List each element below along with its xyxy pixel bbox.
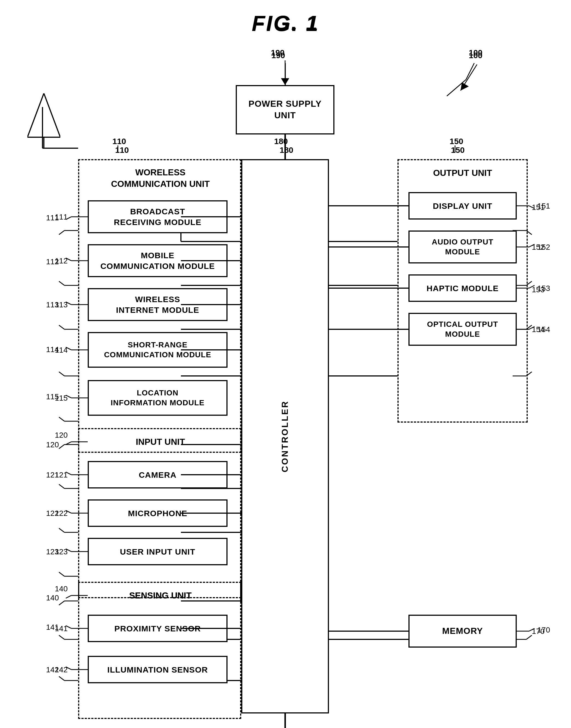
input-unit-label: INPUT UNIT [91,431,230,453]
diagram-container: FIG. 1 [0,0,571,728]
display-unit-box: DISPLAY UNIT [409,192,517,219]
broadcast-box: BROADCASTRECEIVING MODULE [88,200,228,233]
ref-114-label: 114 [46,345,59,354]
ref-110: 110 [115,146,129,155]
audio-output-box: AUDIO OUTPUTMODULE [409,231,517,263]
svg-line-22 [447,80,466,96]
ref-111-label: 111 [46,213,59,222]
svg-line-57 [59,601,65,605]
ref-140: 140 [55,584,68,593]
ref-140-label: 140 [46,594,59,602]
mobile-comm-box: MOBILECOMMUNICATION MODULE [88,244,228,277]
ref-154-label: 154 [537,325,550,334]
svg-line-55 [59,572,65,576]
short-range-box: SHORT-RANGECOMMUNICATION MODULE [88,332,228,368]
haptic-module-box: HAPTIC MODULE [409,274,517,302]
controller-box: CONTROLLER [241,159,329,714]
ref-153-label: 153 [537,284,550,293]
memory-box: MEMORY [409,615,517,648]
svg-line-21 [466,63,474,80]
ref-120: 120 [55,431,68,440]
svg-line-41 [59,281,65,285]
ref-141-label: 141 [46,623,59,632]
ref-190-label: 190 [271,48,284,57]
output-unit-label: OUTPUT UNIT [409,162,517,184]
ref-122-label: 122 [46,509,59,518]
ref-152-label: 152 [537,243,550,252]
svg-line-47 [59,417,65,421]
optical-output-box: OPTICAL OUTPUTMODULE [409,313,517,346]
ref-113-label: 113 [46,300,59,309]
svg-line-95 [66,442,71,445]
user-input-box: USER INPUT UNIT [88,538,228,565]
ref-151-label: 151 [537,202,550,210]
svg-marker-81 [281,78,289,85]
proximity-box: PROXIMITY SENSOR [88,615,228,642]
ref-121-label: 121 [46,471,59,479]
svg-line-39 [59,231,65,235]
svg-line-103 [66,596,71,598]
ref-150: 150 [451,146,465,155]
wireless-internet-box: WIRELESSINTERNET MODULE [88,288,228,321]
location-info-box: LOCATIONINFORMATION MODULE [88,380,228,416]
svg-line-82 [461,65,477,91]
illumination-box: ILLUMINATION SENSOR [88,656,228,683]
ref-142-label: 142 [46,665,59,674]
ref-180: 180 [279,146,293,155]
ref-170-label: 170 [537,626,550,634]
microphone-box: MICROPHONE [88,499,228,527]
ref-150-label: 150 [450,136,463,146]
power-supply-box: POWER SUPPLYUNIT [236,85,334,134]
svg-line-51 [59,484,65,488]
ref-110-label: 110 [112,136,126,146]
fig-title: FIG. 1 [252,11,319,34]
ref-180-label: 180 [274,136,288,146]
svg-line-45 [59,372,65,376]
ref-100-label: 100 [469,48,482,57]
svg-line-59 [59,635,65,639]
ref-120-label: 120 [46,440,59,449]
ref-112-label: 112 [46,257,59,266]
sensing-unit-header: SENSING UNIT [91,586,230,605]
ref-115-label: 115 [46,392,59,401]
camera-box: CAMERA [88,461,228,488]
svg-marker-83 [461,82,469,91]
svg-line-35 [526,635,532,639]
svg-line-53 [59,528,65,532]
svg-marker-62 [27,93,60,137]
svg-line-49 [59,445,65,449]
wireless-comm-label: WORELESSCOMMUNICATION UNIT [91,165,230,192]
antenna-icon [27,93,60,148]
svg-line-43 [59,325,65,329]
svg-line-61 [59,676,65,680]
ref-123-label: 123 [46,547,59,556]
